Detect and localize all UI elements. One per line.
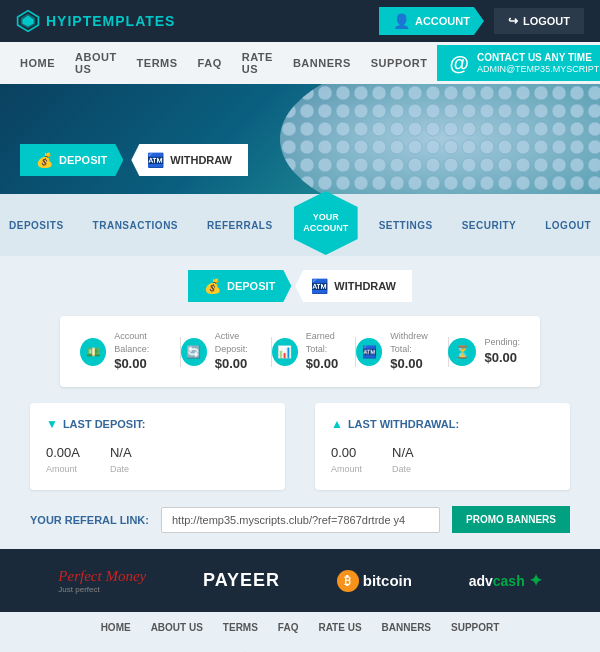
deposit-arrow-icon: ▼ bbox=[46, 417, 58, 431]
referral-label: YOUR REFERAL LINK: bbox=[30, 514, 149, 526]
last-deposit-box: ▼ LAST DEPOSIT: 0.00A Amount N/A Date bbox=[30, 403, 285, 490]
acc-nav-security[interactable]: SECURITY bbox=[450, 194, 529, 256]
account-button[interactable]: 👤 ACCOUNT bbox=[379, 7, 484, 35]
hero-bg bbox=[280, 84, 600, 194]
acc-nav-deposits[interactable]: DEPOSITS bbox=[0, 194, 76, 256]
stat-active-deposit: 🔄 Active Deposit: $0.00 bbox=[181, 330, 271, 373]
payeer-logo: PAYEER bbox=[203, 570, 280, 591]
perfect-money-logo: Perfect Money Just perfect bbox=[58, 567, 146, 594]
advcash-text: advcash ✦ bbox=[469, 571, 542, 590]
referral-section: YOUR REFERAL LINK: PROMO BANNERS bbox=[30, 506, 570, 533]
top-header: HYIPTEMPLATES 👤 ACCOUNT ↪ LOGOUT bbox=[0, 0, 600, 42]
perfect-money-text: Perfect Money Just perfect bbox=[58, 567, 146, 594]
last-withdrawal-data: 0.00 Amount N/A Date bbox=[331, 443, 554, 476]
pending-info: Pending: $0.00 bbox=[484, 336, 520, 367]
acc-nav-settings[interactable]: SETTINGS bbox=[367, 194, 445, 256]
your-account-badge[interactable]: YOURACCOUNT bbox=[294, 191, 358, 255]
nav-faq[interactable]: FAQ bbox=[188, 42, 232, 84]
header-right: 👤 ACCOUNT ↪ LOGOUT bbox=[379, 7, 584, 35]
balance-icon: 💵 bbox=[80, 338, 106, 366]
footer-terms[interactable]: TERMS bbox=[223, 622, 258, 633]
footer-support[interactable]: SUPPORT bbox=[451, 622, 499, 633]
hero-deposit-button[interactable]: 💰 DEPOSIT bbox=[20, 144, 123, 176]
last-deposit-title: ▼ LAST DEPOSIT: bbox=[46, 417, 269, 431]
dash-withdraw-button[interactable]: 🏧 WITHDRAW bbox=[295, 270, 412, 302]
dash-deposit-button[interactable]: 💰 DEPOSIT bbox=[188, 270, 291, 302]
bitcoin-logo: ₿ bitcoin bbox=[337, 570, 412, 592]
nav-rateus[interactable]: RATE US bbox=[232, 42, 283, 84]
referral-input[interactable] bbox=[161, 507, 440, 533]
at-icon: @ bbox=[449, 52, 469, 75]
logout-button[interactable]: ↪ LOGOUT bbox=[494, 8, 584, 34]
acc-nav-transactions[interactable]: TRANSACTIONS bbox=[81, 194, 190, 256]
stat-pending: ⏳ Pending: $0.00 bbox=[448, 336, 520, 367]
logo-text: HYIPTEMPLATES bbox=[46, 13, 175, 29]
hero-section: 💰 DEPOSIT 🏧 WITHDRAW bbox=[0, 84, 600, 194]
active-icon: 🔄 bbox=[181, 338, 207, 366]
acc-nav-referrals[interactable]: REFERRALS bbox=[195, 194, 285, 256]
promo-banners-button[interactable]: PROMO BANNERS bbox=[452, 506, 570, 533]
footer-faq[interactable]: FAQ bbox=[278, 622, 299, 633]
last-deposit-data: 0.00A Amount N/A Date bbox=[46, 443, 269, 476]
hero-buttons: 💰 DEPOSIT 🏧 WITHDRAW bbox=[20, 144, 248, 176]
nav-terms[interactable]: TERMS bbox=[127, 42, 188, 84]
footer-nav: HOME ABOUT US TERMS FAQ RATE US BANNERS … bbox=[0, 612, 600, 643]
balance-info: Account Balance: $0.00 bbox=[114, 330, 179, 373]
footer-about[interactable]: ABOUT US bbox=[151, 622, 203, 633]
stats-bar: 💵 Account Balance: $0.00 🔄 Active Deposi… bbox=[60, 316, 540, 387]
payeer-text: PAYEER bbox=[203, 570, 280, 591]
nav-home[interactable]: HOME bbox=[10, 42, 65, 84]
contact-info: CONTACT US ANY TIME ADMIN@TEMP35.MYSCRIP… bbox=[477, 51, 600, 76]
withdrew-info: Withdrew Total: $0.00 bbox=[390, 330, 447, 373]
logo-icon bbox=[16, 9, 40, 33]
bitcoin-text: bitcoin bbox=[363, 572, 412, 589]
main-nav: HOME ABOUT US TERMS FAQ RATE US BANNERS … bbox=[0, 42, 600, 84]
footer-home[interactable]: HOME bbox=[101, 622, 131, 633]
last-withdrawal-title: ▲ LAST WITHDRAWAL: bbox=[331, 417, 554, 431]
active-info: Active Deposit: $0.00 bbox=[215, 330, 271, 373]
account-nav-items: DEPOSITS TRANSACTIONS REFERRALS YOURACCO… bbox=[0, 193, 600, 257]
stat-earned-total: 📊 Earned Total: $0.00 bbox=[272, 330, 355, 373]
withdrew-icon: 🏧 bbox=[356, 338, 382, 366]
nav-support[interactable]: SUPPORT bbox=[361, 42, 438, 84]
hero-pattern bbox=[280, 84, 600, 194]
nav-banners[interactable]: BANNERS bbox=[283, 42, 361, 84]
dashboard-buttons: 💰 DEPOSIT 🏧 WITHDRAW bbox=[0, 256, 600, 316]
last-section: ▼ LAST DEPOSIT: 0.00A Amount N/A Date ▲ … bbox=[30, 403, 570, 490]
pending-icon: ⏳ bbox=[448, 338, 476, 366]
logo: HYIPTEMPLATES bbox=[16, 9, 175, 33]
nav-about[interactable]: ABOUT US bbox=[65, 42, 127, 84]
advcash-logo: advcash ✦ bbox=[469, 571, 542, 590]
last-withdrawal-amount: 0.00 Amount bbox=[331, 443, 362, 476]
account-nav: DEPOSITS TRANSACTIONS REFERRALS YOURACCO… bbox=[0, 194, 600, 256]
last-withdrawal-box: ▲ LAST WITHDRAWAL: 0.00 Amount N/A Date bbox=[315, 403, 570, 490]
acc-nav-logout[interactable]: LOGOUT bbox=[533, 194, 600, 256]
hero-withdraw-button[interactable]: 🏧 WITHDRAW bbox=[131, 144, 248, 176]
footer-logo: HYIPTEMPLATES bbox=[0, 643, 600, 652]
stat-withdrew-total: 🏧 Withdrew Total: $0.00 bbox=[356, 330, 447, 373]
footer-rateus[interactable]: RATE US bbox=[318, 622, 361, 633]
withdrawal-arrow-icon: ▲ bbox=[331, 417, 343, 431]
contact-box: @ CONTACT US ANY TIME ADMIN@TEMP35.MYSCR… bbox=[437, 45, 600, 82]
earned-icon: 📊 bbox=[272, 338, 298, 366]
bitcoin-icon: ₿ bbox=[337, 570, 359, 592]
footer-banners[interactable]: BANNERS bbox=[382, 622, 431, 633]
last-withdrawal-date: N/A Date bbox=[392, 443, 414, 476]
nav-items: HOME ABOUT US TERMS FAQ RATE US BANNERS … bbox=[10, 42, 437, 84]
earned-info: Earned Total: $0.00 bbox=[306, 330, 355, 373]
stat-account-balance: 💵 Account Balance: $0.00 bbox=[80, 330, 180, 373]
last-deposit-date: N/A Date bbox=[110, 443, 132, 476]
payment-logos: Perfect Money Just perfect PAYEER ₿ bitc… bbox=[0, 549, 600, 612]
svg-rect-4 bbox=[280, 84, 600, 194]
last-deposit-amount: 0.00A Amount bbox=[46, 443, 80, 476]
